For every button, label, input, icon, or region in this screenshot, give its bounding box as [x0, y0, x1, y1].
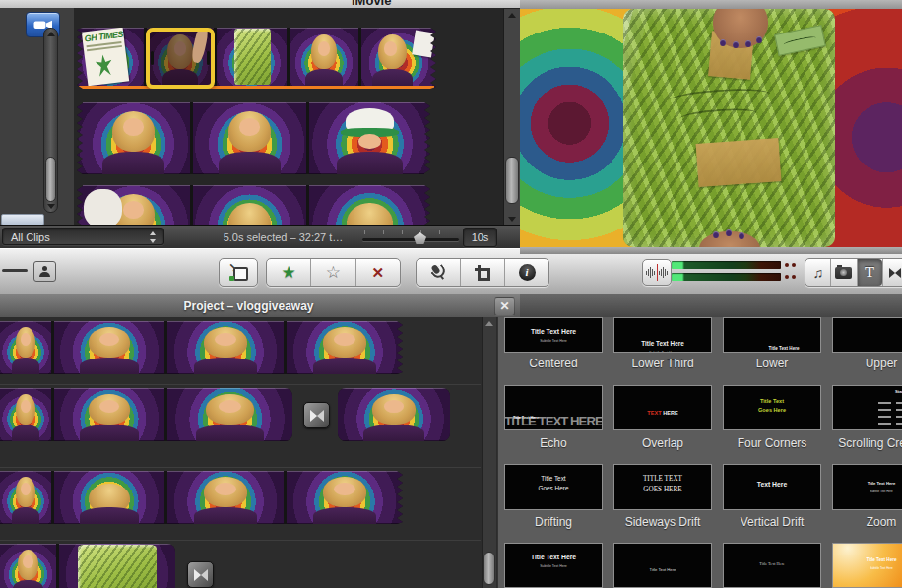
clip-frame[interactable]: [287, 321, 403, 374]
event-library-scrollbar[interactable]: [43, 28, 58, 213]
title-thumbnail[interactable]: TEXT HERE: [613, 385, 712, 430]
clip-frame[interactable]: [0, 544, 56, 588]
clip-frame[interactable]: [0, 321, 51, 374]
filmstrip-row: [0, 388, 497, 441]
title-style-lower-third[interactable]: Title Text HereSubtitle Text HereLower T…: [613, 317, 712, 353]
clip-frame[interactable]: [167, 321, 284, 374]
clip-frame[interactable]: [290, 28, 358, 89]
title-style-scrolling-credits[interactable]: StarringScrolling Credits: [832, 385, 902, 430]
scrollbar-thumb[interactable]: [505, 157, 519, 204]
clip-frame[interactable]: [193, 185, 306, 225]
video-clip[interactable]: [338, 388, 450, 441]
clip-frame[interactable]: [77, 102, 190, 174]
event-browser-scrollbar[interactable]: [503, 8, 521, 227]
title-style-drifting[interactable]: Title TextGoes HereDrifting: [504, 464, 603, 510]
clip-frame[interactable]: [167, 471, 284, 524]
clip-frame[interactable]: [338, 388, 450, 441]
title-style-untitled[interactable]: Title Text Here: [613, 543, 712, 588]
video-clip[interactable]: [0, 471, 403, 524]
clip-frame[interactable]: [309, 102, 430, 174]
wbar: [667, 271, 668, 275]
favorite-button[interactable]: ★: [267, 259, 310, 286]
title-thumbnail[interactable]: Title TextGoes Here: [723, 385, 821, 430]
title-thumbnail[interactable]: Title Text HereSubtitle Text Here: [832, 464, 902, 510]
video-preview[interactable]: [520, 9, 902, 247]
title-thumbnail[interactable]: Title Text HereSubtitle Text Here: [504, 543, 603, 588]
title-style-overlap[interactable]: TEXT HEREOverlap: [613, 385, 712, 430]
title-style-four-corners[interactable]: Title TextGoes HereFour Corners: [723, 385, 821, 430]
clip-frame[interactable]: [167, 388, 292, 441]
title-thumbnail[interactable]: [832, 317, 902, 353]
inspector-button[interactable]: i: [504, 259, 548, 286]
scroll-up-arrow[interactable]: [508, 13, 516, 18]
title-thumbnail[interactable]: Title Text Here: [723, 317, 821, 353]
clip-frame[interactable]: [0, 471, 51, 524]
titles-browser-button[interactable]: T: [857, 259, 882, 286]
clip-frame[interactable]: [77, 185, 190, 225]
title-style-untitled[interactable]: Title Text HereSubtitle Text Here: [832, 543, 902, 588]
crop-button[interactable]: [460, 259, 504, 286]
clip-frame[interactable]: [217, 28, 287, 89]
clip-frame[interactable]: [193, 102, 306, 174]
clip-frame[interactable]: [59, 544, 175, 588]
transition-icon[interactable]: [187, 561, 214, 588]
clip-frame[interactable]: [309, 185, 430, 225]
video-clip[interactable]: [0, 321, 403, 374]
clip-frame[interactable]: [361, 28, 436, 89]
selection-handle-left[interactable]: [151, 51, 154, 65]
voiceover-button[interactable]: [417, 259, 460, 286]
title-style-untitled[interactable]: Title Text Here: [723, 543, 821, 588]
scrollbar-thumb[interactable]: [45, 157, 56, 202]
title-thumbnail[interactable]: Starring: [832, 385, 902, 430]
reject-button[interactable]: ✕: [355, 259, 400, 286]
title-style-vertical-drift[interactable]: Text HereVertical Drift: [723, 464, 821, 510]
video-clip[interactable]: [0, 544, 175, 588]
title-style-echo[interactable]: TITLE TEXT HERETitle Text HereEcho: [504, 385, 603, 430]
title-style-upper[interactable]: Upper: [832, 317, 902, 353]
close-project-button[interactable]: ✕: [494, 297, 515, 316]
scrollbar-thumb[interactable]: [483, 552, 495, 585]
title-thumbnail[interactable]: Title Text HereSubtitle Text Here: [832, 543, 902, 588]
scroll-up-arrow[interactable]: [485, 321, 493, 326]
title-thumbnail[interactable]: Title Text Here: [613, 543, 712, 588]
clip-frame[interactable]: GH TIMES: [77, 28, 144, 89]
music-browser-button[interactable]: ♫: [805, 259, 830, 286]
audio-skimming-button[interactable]: [642, 259, 672, 286]
scroll-down-arrow[interactable]: [508, 217, 516, 222]
thumbnail-zoom-slider[interactable]: [362, 230, 459, 246]
title-thumbnail[interactable]: Text Here: [723, 464, 821, 510]
scroll-down-arrow[interactable]: [47, 204, 55, 209]
title-style-lower[interactable]: Title Text HereLower: [723, 317, 821, 353]
scroll-up-arrow[interactable]: [47, 32, 55, 36]
show-faces-button[interactable]: [33, 261, 56, 282]
add-to-project-button[interactable]: ↘: [219, 258, 258, 287]
title-thumbnail[interactable]: Title TextGoes Here: [504, 464, 603, 510]
title-thumbnail[interactable]: Title Text HereSubtitle Text Here: [504, 317, 603, 353]
title-style-zoom[interactable]: Title Text HereSubtitle Text HereZoom: [832, 464, 902, 510]
clip-frame[interactable]: [54, 471, 164, 524]
clip-frame[interactable]: [54, 321, 164, 374]
title-style-sideways-drift[interactable]: TITLE TEXTGOES HERESideways Drift: [613, 464, 712, 510]
title-thumbnail[interactable]: TITLE TEXTGOES HERE: [613, 464, 712, 510]
selection-box[interactable]: [146, 28, 215, 89]
project-scrollbar[interactable]: [482, 317, 496, 588]
transitions-browser-button[interactable]: [882, 259, 902, 286]
title-thumbnail[interactable]: Title Text Here: [723, 543, 821, 588]
title-thumbnail[interactable]: TITLE TEXT HERETitle Text Here: [504, 385, 603, 430]
clip-filter-dropdown[interactable]: All Clips: [2, 228, 164, 245]
video-clip[interactable]: [77, 185, 430, 225]
transition-icon[interactable]: [303, 402, 330, 428]
title-style-centered[interactable]: Title Text HereSubtitle Text HereCentere…: [504, 317, 603, 353]
title-style-untitled[interactable]: Title Text HereSubtitle Text Here: [504, 543, 603, 588]
video-clip[interactable]: [0, 388, 292, 441]
clip-frame[interactable]: [54, 388, 164, 441]
slider-track[interactable]: [362, 238, 459, 241]
selection-handle-right[interactable]: [207, 51, 210, 65]
video-clip[interactable]: GH TIMES: [77, 28, 436, 89]
clip-frame[interactable]: [287, 471, 403, 524]
clip-frame[interactable]: [0, 388, 51, 441]
unmark-button[interactable]: ☆: [310, 259, 354, 286]
photos-browser-button[interactable]: [830, 259, 856, 286]
video-clip[interactable]: [77, 102, 430, 174]
title-thumbnail[interactable]: Title Text HereSubtitle Text Here: [613, 317, 712, 353]
